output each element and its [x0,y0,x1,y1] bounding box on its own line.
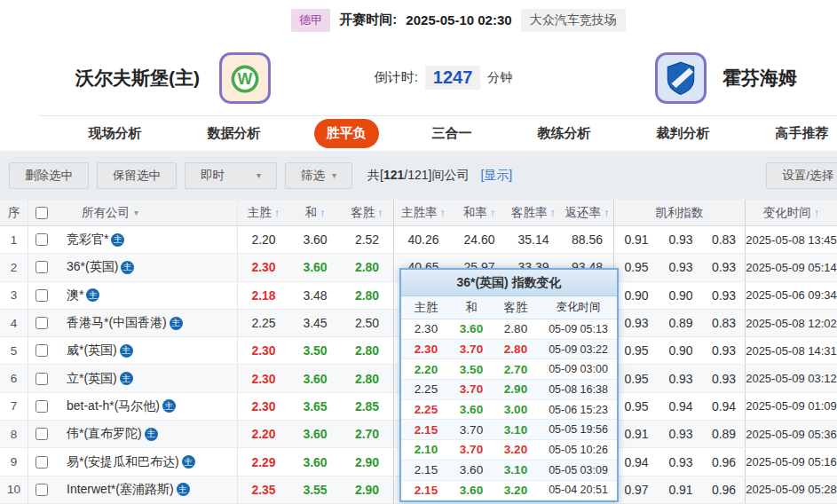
header-company[interactable]: 所有公司▾ [55,200,238,225]
venue-name: 大众汽车竞技场 [521,9,626,32]
company-name[interactable]: 伟*(直布罗陀) [67,426,142,442]
popup-row: 2.103.703.2005-05 10:26 [401,440,617,461]
home-team-logo-icon: W [219,52,271,104]
company-cell[interactable]: bet-at-h*(马尔他)主 [55,393,238,420]
odds-mode-dropdown[interactable]: 即时 ▾ [185,162,277,189]
popup-header-row: 主胜 和 客胜 变化时间 [401,296,617,319]
company-name[interactable]: 36*(英国) [67,259,118,275]
row-seq: 6 [0,365,28,391]
keep-selected-button[interactable]: 保留选中 [97,162,177,189]
company-cell[interactable]: 竞彩官*主 [55,226,238,253]
change-time-cell: 2025-05-08 13:45 [746,226,837,253]
odds-cell: 2.80 [341,254,394,280]
kelly-cell: 0.83 [703,226,746,253]
row-checkbox[interactable] [36,344,48,357]
header-home-rate[interactable]: 主胜率↑ [394,200,453,225]
company-cell[interactable]: 香港马*(中国香港)主 [55,310,238,336]
home-badge-icon: 主 [177,483,190,496]
odds-cell: 2.20 [238,226,289,253]
odds-cell: 2.30 [238,393,289,420]
company-name[interactable]: 易*(安提瓜和巴布达) [67,454,179,470]
sort-asc-icon: ↑ [320,206,326,219]
tab-5[interactable]: 教练分析 [525,119,604,148]
kelly-cell: 0.93 [659,448,703,475]
company-name[interactable]: 澳* [67,287,83,303]
popup-time-cell: 05-09 05:13 [540,319,617,339]
header-return-rate[interactable]: 返还率↑ [561,200,614,225]
company-name[interactable]: Interwet*(塞浦路斯) [67,482,174,498]
popup-row: 2.203.502.7005-09 03:00 [401,359,617,380]
odds-cell: 2.20 [238,421,289,447]
home-badge-icon: 主 [162,399,176,413]
row-seq: 7 [0,393,28,420]
countdown-unit: 分钟 [487,70,512,86]
tab-4[interactable]: 三合一 [420,119,485,148]
company-count: 共[121/121]间公司 [367,168,469,184]
countdown-value: 1247 [425,66,481,90]
company-cell[interactable]: 立*(英国)主 [55,365,238,391]
odds-mode-label: 即时 [201,168,225,184]
popup-odds-cell: 3.70 [451,340,492,359]
company-name[interactable]: bet-at-h*(马尔他) [67,398,160,414]
row-checkbox[interactable] [36,373,48,385]
company-cell[interactable]: 伟*(直布罗陀)主 [55,421,238,447]
row-checkbox[interactable] [36,484,48,496]
show-link[interactable]: [显示] [480,168,512,184]
home-badge-icon: 主 [120,372,133,385]
header-draw-odds[interactable]: 和↑ [289,200,341,225]
settings-select-button[interactable]: 设置/选择 [766,162,837,189]
row-checkbox[interactable] [36,233,48,246]
sort-asc-icon: ↑ [274,206,280,219]
home-team: 沃尔夫斯堡(主) W [75,52,271,104]
popup-odds-cell: 3.70 [451,440,492,460]
company-name[interactable]: 香港马*(中国香港) [67,315,167,331]
row-checkbox-cell [28,476,55,503]
chevron-down-icon: ▾ [257,170,261,180]
company-name[interactable]: 威*(英国) [67,343,117,358]
company-name[interactable]: 竞彩官* [67,232,108,248]
header-change-time[interactable]: 变化时间↑ [746,200,837,225]
company-cell[interactable]: Interwet*(塞浦路斯)主 [55,476,238,503]
row-checkbox[interactable] [36,317,48,329]
company-name[interactable]: 立*(英国) [67,371,117,387]
home-badge-icon: 主 [182,455,195,469]
odds-cell: 2.18 [238,282,289,309]
odds-cell: 2.29 [238,448,289,475]
change-time-cell: 2025-05-08 12:02 [746,310,837,336]
filter-dropdown[interactable]: 筛选 ▾ [285,162,352,189]
popup-row: 2.303.702.8005-09 03:22 [401,340,617,360]
tab-3[interactable]: 胜平负 [314,119,379,148]
odds-cell: 3.60 [289,421,341,447]
row-checkbox[interactable] [36,456,48,469]
row-checkbox[interactable] [36,400,48,413]
header-away-rate[interactable]: 客胜率↑ [506,200,561,225]
tab-2[interactable]: 数据分析 [195,119,273,148]
row-checkbox[interactable] [36,289,48,302]
kelly-cell: 0.93 [659,421,703,447]
header-draw-rate[interactable]: 和率↑ [453,200,506,225]
odds-cell: 2.52 [341,226,394,253]
league-badge: 德甲 [291,9,330,32]
header-away-odds[interactable]: 客胜↑ [341,200,394,225]
kelly-cell: 0.93 [703,365,746,391]
select-all-checkbox[interactable] [36,207,48,219]
header-home-odds[interactable]: 主胜↑ [238,200,289,225]
company-cell[interactable]: 36*(英国)主 [55,254,238,280]
delete-selected-button[interactable]: 删除选中 [9,162,89,189]
popup-time-cell: 05-08 16:38 [540,380,617,399]
table-toolbar: 删除选中 保留选中 即时 ▾ 筛选 ▾ 共[121/121]间公司 [显示] 设… [0,151,837,200]
tab-7[interactable]: 高手推荐 [763,119,837,148]
row-checkbox[interactable] [36,261,48,273]
odds-cell: 3.60 [289,226,341,253]
odds-cell: 2.85 [341,393,394,420]
tab-1[interactable]: 现场分析 [76,119,154,148]
odds-cell: 2.80 [341,282,394,309]
row-checkbox[interactable] [36,428,48,440]
company-cell[interactable]: 威*(英国)主 [55,337,238,364]
popup-body: 2.303.602.8005-09 05:132.303.702.8005-09… [401,319,617,500]
kelly-cell: 0.95 [614,337,659,364]
company-cell[interactable]: 易*(安提瓜和巴布达)主 [55,448,238,475]
company-cell[interactable]: 澳*主 [55,282,238,309]
tab-6[interactable]: 裁判分析 [644,119,723,148]
odds-cell: 3.45 [289,310,341,336]
